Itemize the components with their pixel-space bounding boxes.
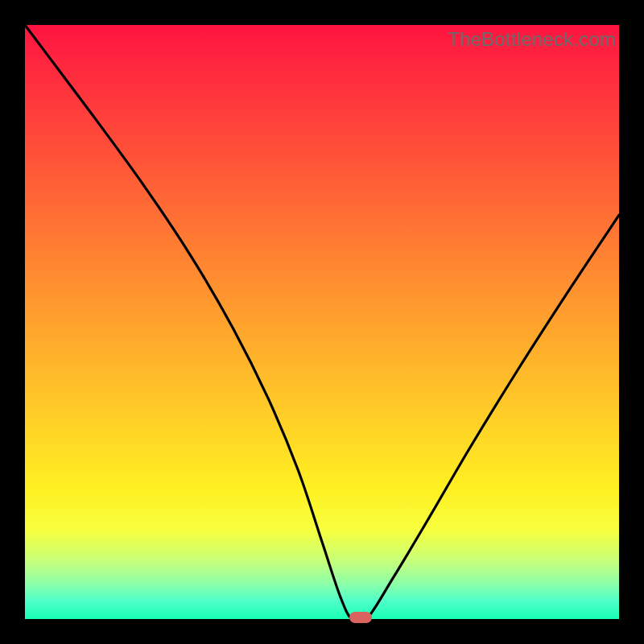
chart-frame: TheBottleneck.com: [0, 0, 644, 644]
curve-path: [25, 25, 619, 619]
optimal-marker: [349, 612, 372, 623]
plot-area: TheBottleneck.com: [25, 25, 619, 619]
bottleneck-curve: [25, 25, 619, 619]
